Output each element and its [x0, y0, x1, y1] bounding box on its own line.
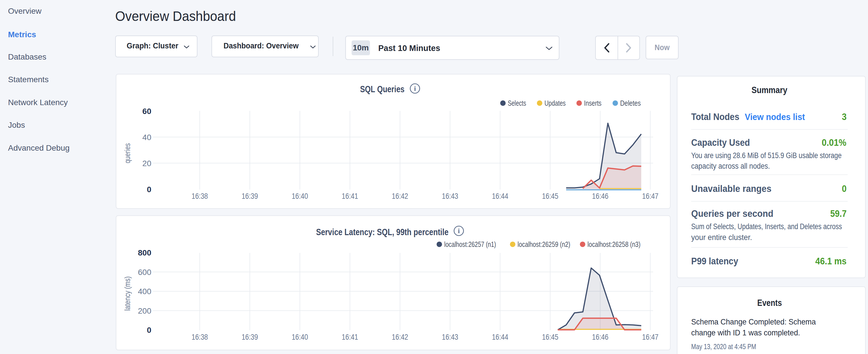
svg-text:16:43: 16:43	[442, 332, 458, 342]
svg-text:16:39: 16:39	[242, 332, 258, 342]
svg-text:Selects: Selects	[508, 99, 526, 107]
svg-text:16:46: 16:46	[592, 332, 608, 342]
svg-text:400: 400	[138, 287, 151, 296]
svg-text:60: 60	[143, 107, 151, 116]
svg-text:40: 40	[143, 133, 151, 142]
svg-text:localhost:26259 (n2): localhost:26259 (n2)	[518, 240, 570, 249]
svg-text:i: i	[414, 85, 416, 92]
svg-text:16:41: 16:41	[342, 192, 358, 200]
svg-text:16:46: 16:46	[592, 192, 608, 200]
svg-text:16:44: 16:44	[492, 332, 508, 342]
svg-text:16:39: 16:39	[242, 192, 258, 200]
svg-text:16:40: 16:40	[292, 332, 308, 342]
svg-text:Updates: Updates	[545, 99, 566, 107]
svg-text:200: 200	[138, 307, 151, 315]
svg-text:localhost:26258 (n3): localhost:26258 (n3)	[587, 240, 641, 249]
svg-text:16:47: 16:47	[642, 332, 658, 342]
svg-text:0: 0	[147, 326, 151, 334]
svg-text:Service Latency: SQL, 99th per: Service Latency: SQL, 99th percentile	[316, 227, 448, 237]
svg-text:Deletes: Deletes	[620, 99, 641, 107]
svg-text:16:42: 16:42	[392, 192, 408, 200]
svg-text:16:41: 16:41	[342, 332, 358, 342]
svg-text:16:40: 16:40	[292, 192, 308, 200]
svg-text:16:38: 16:38	[192, 192, 208, 200]
svg-text:0: 0	[147, 185, 151, 194]
svg-text:600: 600	[138, 268, 151, 277]
svg-text:800: 800	[138, 248, 151, 257]
svg-text:Inserts: Inserts	[584, 99, 601, 107]
svg-text:16:43: 16:43	[442, 192, 458, 200]
svg-text:localhost:26257 (n1): localhost:26257 (n1)	[444, 240, 496, 249]
svg-text:16:45: 16:45	[542, 192, 558, 200]
svg-text:16:47: 16:47	[642, 192, 658, 200]
svg-text:i: i	[458, 227, 460, 234]
svg-text:SQL Queries: SQL Queries	[360, 84, 405, 94]
svg-text:16:38: 16:38	[192, 332, 208, 342]
svg-text:latency (ms): latency (ms)	[123, 277, 132, 311]
svg-text:20: 20	[143, 159, 151, 168]
svg-text:16:45: 16:45	[542, 332, 558, 342]
svg-text:queries: queries	[123, 143, 132, 163]
svg-text:16:44: 16:44	[492, 192, 508, 200]
svg-text:16:42: 16:42	[392, 332, 408, 342]
